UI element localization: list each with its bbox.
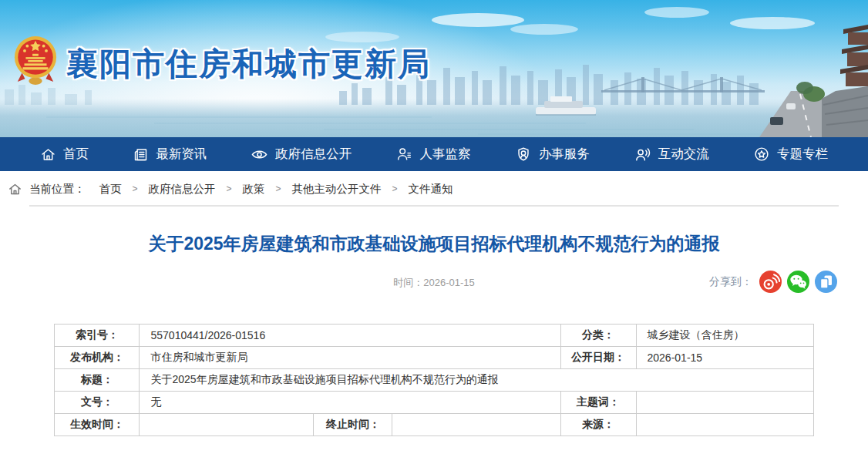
table-row-agency: 发布机构： 市住房和城市更新局 公开日期： 2026-01-15 xyxy=(55,347,813,369)
breadcrumb-item-home[interactable]: 首页 xyxy=(99,182,122,197)
header-banner: 襄阳市住房和城市更新局 xyxy=(0,0,868,137)
effective-date-label: 生效时间： xyxy=(55,414,140,436)
nav-item-label: 专题专栏 xyxy=(777,146,828,163)
copy-pages-icon xyxy=(815,271,837,293)
breadcrumb-item-gov-info[interactable]: 政府信息公开 xyxy=(149,182,216,197)
article-meta-row: 时间：2026-01-15 分享到： xyxy=(0,267,868,298)
copy-link-share-button[interactable] xyxy=(815,271,837,293)
breadcrumb-item-policy[interactable]: 政策 xyxy=(243,182,265,197)
breadcrumb-separator: > xyxy=(276,183,281,194)
category-value: 城乡建设（含住房） xyxy=(636,325,813,347)
chat-people-icon xyxy=(634,146,651,163)
news-icon xyxy=(133,146,149,163)
table-row-index: 索引号： 557010441/2026-01516 分类： 城乡建设（含住房） xyxy=(55,325,813,347)
expiry-date-value xyxy=(392,414,560,436)
breadcrumb-separator: > xyxy=(133,183,138,194)
index-number-value: 557010441/2026-01516 xyxy=(140,325,560,347)
home-icon xyxy=(40,146,56,163)
document-info-table: 索引号： 557010441/2026-01516 分类： 城乡建设（含住房） … xyxy=(54,324,813,436)
nav-item-personnel[interactable]: 人事监察 xyxy=(395,146,470,163)
doc-number-label: 文号： xyxy=(55,392,140,414)
issuing-agency-label: 发布机构： xyxy=(55,347,140,369)
nav-item-label: 人事监察 xyxy=(419,146,470,163)
share-bar: 分享到： xyxy=(709,271,837,293)
nav-item-news[interactable]: 最新资讯 xyxy=(133,146,207,163)
source-label: 来源： xyxy=(560,414,636,436)
breadcrumb-item-document-notice[interactable]: 文件通知 xyxy=(409,182,453,197)
star-circle-icon xyxy=(753,146,770,163)
breadcrumb-separator: > xyxy=(392,183,398,194)
nav-item-special-columns[interactable]: 专题专栏 xyxy=(753,146,828,163)
keywords-value xyxy=(636,392,813,414)
eye-icon xyxy=(251,146,268,163)
wechat-share-button[interactable] xyxy=(787,271,809,293)
person-icon xyxy=(395,146,412,163)
publish-date-value: 2026-01-15 xyxy=(636,347,813,369)
publish-time-value: 2026-01-15 xyxy=(423,277,475,288)
main-navigation: 首页 最新资讯 政府信息公开 人事监察 办事服务 互动交流 专题专栏 xyxy=(0,137,868,171)
nav-item-home[interactable]: 首页 xyxy=(40,146,89,163)
pagoda-silhouette xyxy=(840,25,868,86)
publish-date-label: 公开日期： xyxy=(560,347,636,369)
breadcrumb-home-icon xyxy=(8,182,22,197)
nav-item-label: 政府信息公开 xyxy=(275,146,352,163)
category-label: 分类： xyxy=(560,325,636,347)
publish-time-label: 时间： xyxy=(393,277,423,288)
nav-item-label: 首页 xyxy=(63,146,89,163)
breadcrumb-item-other-public-docs[interactable]: 其他主动公开文件 xyxy=(292,182,382,197)
doc-title-value: 关于2025年房屋建筑和市政基础设施项目招标代理机构不规范行为的通报 xyxy=(140,369,813,392)
wechat-icon xyxy=(787,271,809,293)
table-row-docnum: 文号： 无 主题词： xyxy=(55,392,813,414)
breadcrumb: 当前位置： 首页 > 政府信息公开 > 政策 > 其他主动公开文件 > 文件通知 xyxy=(0,171,868,207)
source-value xyxy=(636,414,813,436)
nav-item-services[interactable]: 办事服务 xyxy=(515,146,590,163)
share-label: 分享到： xyxy=(709,275,752,289)
table-row-dates: 生效时间： 终止时间： 来源： xyxy=(55,414,813,436)
page-title: 关于2025年房屋建筑和市政基础设施项目招标代理机构不规范行为的通报 xyxy=(46,232,822,256)
site-title[interactable]: 襄阳市住房和城市更新局 xyxy=(66,43,431,86)
doc-number-value: 无 xyxy=(140,392,560,414)
china-national-emblem-icon xyxy=(13,34,58,86)
table-row-title: 标题： 关于2025年房屋建筑和市政基础设施项目招标代理机构不规范行为的通报 xyxy=(55,369,813,392)
expiry-date-label: 终止时间： xyxy=(314,414,392,436)
nav-item-label: 办事服务 xyxy=(539,146,590,163)
keywords-label: 主题词： xyxy=(560,392,636,414)
nav-item-gov-info[interactable]: 政府信息公开 xyxy=(251,146,352,163)
effective-date-value xyxy=(140,414,314,436)
breadcrumb-separator: > xyxy=(227,183,232,194)
nav-item-label: 最新资讯 xyxy=(156,146,207,163)
index-number-label: 索引号： xyxy=(55,325,140,347)
weibo-icon xyxy=(759,271,782,293)
city-wall-silhouette xyxy=(822,86,868,137)
breadcrumb-prefix: 当前位置： xyxy=(29,182,86,197)
nav-item-interaction[interactable]: 互动交流 xyxy=(634,146,709,163)
doc-title-label: 标题： xyxy=(55,369,140,392)
weibo-share-button[interactable] xyxy=(759,271,782,293)
shield-icon xyxy=(515,146,532,163)
nav-item-label: 互动交流 xyxy=(658,146,709,163)
issuing-agency-value: 市住房和城市更新局 xyxy=(140,347,560,369)
breadcrumb-divider xyxy=(29,205,839,207)
